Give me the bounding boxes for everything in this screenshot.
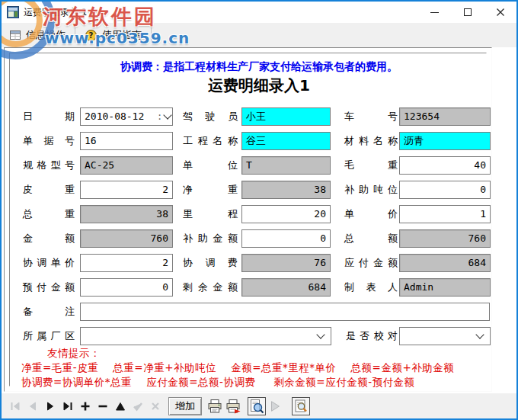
nav-next-button[interactable]: [41, 397, 59, 415]
form-row: 总 重 38 里 程 20 单 价 1: [2, 205, 516, 223]
factory-area-label: 所属厂区: [23, 327, 75, 345]
form-row: 规格型号 AC-25 单 位 T 毛 重 40: [2, 156, 516, 175]
menu-item-label: 使用指南: [102, 28, 142, 42]
material-name-input[interactable]: 沥青: [399, 132, 491, 150]
coordination-unit-price-label: 协调单价: [23, 254, 75, 272]
add-button[interactable]: 增加: [168, 397, 202, 415]
print-button[interactable]: [206, 397, 223, 415]
preview-magnifier-icon: [249, 399, 264, 414]
maximize-button[interactable]: [451, 2, 484, 23]
app-icon: [7, 6, 19, 18]
insert-record-icon: [79, 400, 91, 412]
cancel-edit-icon: [149, 400, 161, 412]
subsidy-amount-label: 补助金额: [183, 229, 238, 248]
total-weight-field: 38: [80, 205, 173, 223]
date-label: 日 期: [23, 107, 75, 126]
hint-line: 净重=毛重-皮重 总重=净重+补助吨位 金额=总重*里程*单价 总额=金额+补助…: [21, 361, 454, 375]
car-number-field: 123654: [399, 107, 491, 126]
driver-label: 驾 驶 员: [183, 107, 238, 126]
preview-button[interactable]: [248, 397, 266, 415]
form-row: 所属厂区 是否校对: [2, 327, 516, 345]
close-icon: [496, 8, 505, 17]
unit-field: T: [241, 156, 331, 175]
form-row: 预付金额 0 剩余金额 684 制 表 人 Admin: [2, 278, 516, 297]
nav-insert-button[interactable]: [76, 397, 94, 415]
nav-edit-button[interactable]: [111, 397, 129, 415]
amount-label: 金 额: [23, 229, 75, 248]
proofread-select[interactable]: [399, 327, 491, 345]
tare-weight-input[interactable]: 2: [80, 181, 173, 199]
nav-post-button[interactable]: [129, 397, 146, 415]
prior-record-icon: [27, 400, 39, 412]
maximize-icon: [464, 8, 472, 16]
form-row: 协调单价 2 协 调 费 76 应付金额 684: [2, 254, 516, 272]
form-row: 金 额 760 补助金额 0 总 额 760: [2, 229, 516, 248]
coordination-fee-field: 76: [241, 254, 331, 272]
factory-area-select[interactable]: [80, 327, 331, 345]
date-mark: :: [157, 109, 162, 125]
document-number-label: 单 据 号: [23, 132, 75, 150]
post-edit-icon: [132, 400, 144, 412]
mileage-input[interactable]: 20: [241, 205, 331, 223]
tare-weight-label: 皮 重: [23, 181, 75, 199]
unit-price-label: 单 价: [344, 205, 398, 223]
project-name-input[interactable]: 谷三: [241, 132, 331, 150]
form-row: 日 期 2010-08-12 : 驾 驶 员 小王 车 号 123654: [2, 107, 516, 126]
title-bar: 运费明细录入 1: [2, 2, 516, 23]
subsidy-tonnage-label: 补助吨位: [344, 181, 398, 199]
amount-field: 760: [80, 229, 173, 248]
remaining-amount-field: 684: [241, 278, 331, 297]
chevron-down-icon: [163, 111, 171, 119]
forward-button[interactable]: [267, 397, 283, 415]
help-question-icon: ?: [85, 29, 98, 42]
next-record-icon: [44, 400, 56, 412]
payable-amount-label: 应付金额: [344, 254, 398, 272]
close-button[interactable]: [484, 2, 516, 23]
printer-arrow-icon: [225, 399, 241, 414]
nav-last-button[interactable]: [59, 397, 76, 415]
search-magnifier-icon: [293, 399, 309, 414]
table-maker-field: Admin: [399, 278, 491, 297]
window-title: 运费明细录入 1: [24, 6, 87, 19]
menu-item-user-guide[interactable]: ? 使用指南: [82, 25, 145, 45]
nav-first-button[interactable]: [6, 397, 24, 415]
coordination-unit-price-input[interactable]: 2: [80, 254, 173, 272]
remaining-amount-label: 剩余金额: [183, 278, 238, 297]
spec-model-field: AC-25: [80, 156, 173, 175]
menu-separator: [151, 27, 152, 43]
print-selected-button[interactable]: [225, 397, 241, 415]
bottom-toolbar: 增加: [2, 393, 516, 418]
driver-input[interactable]: 小王: [241, 107, 331, 126]
nav-delete-button[interactable]: [94, 397, 111, 415]
gross-weight-input[interactable]: 40: [399, 156, 491, 175]
page-title: 运费明细录入1: [2, 75, 516, 96]
form-row: 皮 重 2 净 重 38 补助吨位 0: [2, 181, 516, 199]
printer-icon: [207, 399, 222, 414]
nav-cancel-button[interactable]: [146, 397, 164, 415]
chevron-down-icon: [316, 330, 325, 338]
subsidy-tonnage-input[interactable]: 0: [399, 181, 491, 199]
mileage-label: 里 程: [183, 205, 238, 223]
minimize-button[interactable]: [418, 2, 451, 23]
document-number-input[interactable]: 16: [80, 132, 173, 150]
hint-line: 协调费=协调单价*总重 应付金额=总额-协调费 剩余金额=应付金额-预付金额: [21, 375, 454, 390]
remark-label: 备 注: [23, 303, 75, 321]
delete-record-icon: [97, 400, 109, 412]
remark-input[interactable]: [80, 303, 490, 321]
menu-item-info-operation[interactable]: 信息操作: [6, 25, 69, 45]
net-weight-label: 净 重: [183, 181, 238, 199]
table-maker-label: 制 表 人: [344, 278, 398, 297]
date-input[interactable]: 2010-08-12 :: [80, 107, 173, 126]
nav-prior-button[interactable]: [24, 397, 41, 415]
hint-block: 友情提示： 净重=毛重-皮重 总重=净重+补助吨位 金额=总重*里程*单价 总额…: [21, 346, 454, 390]
unit-price-input[interactable]: 1: [399, 205, 491, 223]
app-window: 运费明细录入 1 信息操作 ? 使用指南 协调费：是指工程材料生产厂家支付给运输…: [0, 0, 518, 420]
search-button[interactable]: [292, 397, 310, 415]
subsidy-amount-input[interactable]: 0: [241, 229, 331, 248]
form-row: 备 注: [2, 303, 516, 321]
date-dropdown-button[interactable]: :: [155, 108, 172, 125]
edit-record-icon: [114, 400, 126, 412]
prepaid-amount-input[interactable]: 0: [80, 278, 173, 297]
total-amount-label: 总 额: [344, 229, 398, 248]
car-number-label: 车 号: [344, 107, 398, 126]
